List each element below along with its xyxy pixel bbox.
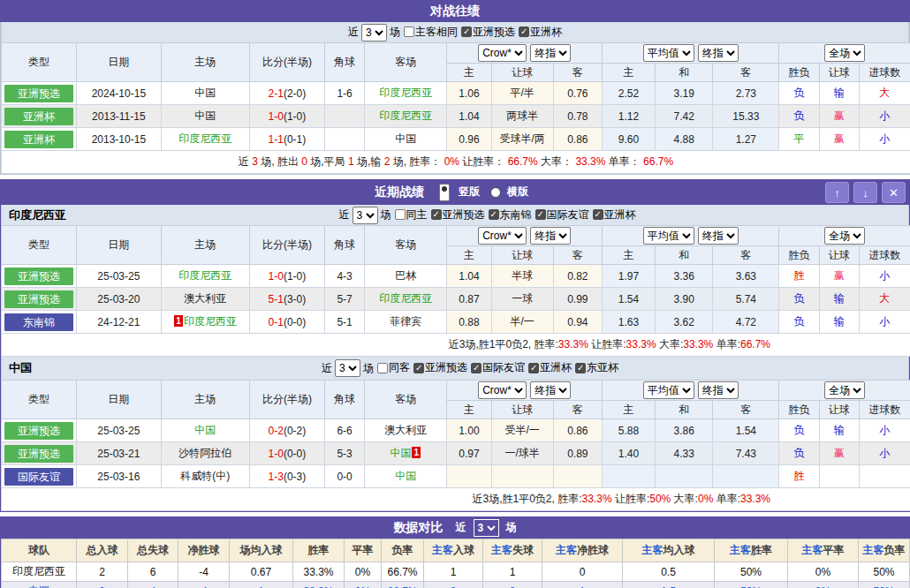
average-stage-select[interactable]: 终指 (698, 381, 739, 399)
odds-cell: 1.04 (447, 105, 491, 128)
home-team-cell: 1印度尼西亚 (161, 311, 249, 334)
competition-badge: 亚洲预选 (4, 445, 73, 463)
stat-cell: 1.5 (623, 582, 715, 588)
sub-column-header: 让球 (491, 401, 553, 419)
result-cell: 赢 (819, 265, 859, 288)
sub-column-header: 主 (602, 401, 655, 419)
close-button[interactable]: ✕ (882, 182, 906, 203)
checkbox-label: 主客相同 (415, 25, 458, 40)
period-select[interactable]: 3 (353, 207, 378, 224)
filter-checkbox[interactable]: 亚洲预选 (413, 360, 467, 375)
summary-text: 大率: (671, 493, 698, 505)
match-row: 亚洲预选25-03-25中国0-2(0-2)6-6澳大利亚1.00受半/一0.8… (2, 419, 910, 442)
filter-checkbox[interactable]: 亚洲预选 (431, 207, 485, 222)
period-select[interactable]: 3 (474, 519, 499, 537)
checkbox-label: 亚洲预选 (443, 207, 485, 222)
average-select[interactable]: 平均值 (643, 381, 694, 399)
scope-select[interactable]: 全场 (824, 381, 865, 399)
team-name: 印度尼西亚 (184, 315, 237, 328)
china-match-table: 类型 日期 主场 比分(半场) 角球 客场 Crow*终指 平均值终指 全场 (1, 380, 910, 511)
filter-checkbox[interactable]: 国际友谊 (535, 207, 589, 222)
result-cell: 输 (819, 82, 859, 105)
col-score: 比分(半场) (249, 43, 324, 82)
move-up-button[interactable]: ↑ (825, 182, 849, 203)
checkbox-label: 东亚杯 (587, 360, 618, 375)
result-group-header: 全场 (779, 226, 910, 246)
result-cell: 胜 (779, 465, 819, 488)
compare-row: 印度尼西亚26-40.6733.3%0%66.7%1100.550%0%50% (2, 562, 910, 582)
bookmaker-stage-select[interactable]: 终指 (530, 44, 571, 62)
sub-column-header: 胜负 (779, 401, 819, 419)
team-name: 中国 (194, 424, 216, 436)
bookmaker-stage-select[interactable]: 终指 (530, 227, 571, 245)
result-cell: 负 (779, 442, 819, 465)
team-cell[interactable]: 中国 (2, 582, 77, 588)
avg-cell: 7.42 (656, 105, 713, 128)
view-mode-radio[interactable] (439, 184, 450, 201)
view-mode-radio[interactable] (490, 187, 501, 198)
team-name: 印度尼西亚 (379, 292, 432, 305)
filter-checkbox[interactable]: 亚洲杯 (593, 207, 636, 222)
summary-text: 33.3% (626, 338, 656, 351)
stat-cell: 66.7% (382, 582, 424, 588)
filter-checkbox[interactable]: 亚洲预选 (461, 25, 515, 40)
score-cell: 1-3(0-3) (249, 465, 324, 488)
team-name: 中国 (395, 132, 416, 145)
sub-column-header: 让球 (819, 64, 859, 82)
result-cell: 输 (819, 419, 859, 442)
home-team-cell: 中国 (161, 82, 249, 105)
filter-checkbox[interactable]: 同主 (395, 207, 428, 222)
team-name: 中国 (194, 87, 216, 99)
odds-cell: 0.86 (553, 128, 602, 151)
checkbox-icon (404, 26, 414, 37)
average-stage-select[interactable]: 终指 (698, 44, 739, 62)
scope-select[interactable]: 全场 (824, 44, 865, 62)
h2h-section: 对战往绩 近 3 场 主客相同亚洲预选亚洲杯 类型 日期 主场 (0, 0, 910, 175)
sub-column-header: 进球数 (859, 64, 910, 82)
date-cell: 2013-11-15 (77, 105, 161, 128)
filter-checkbox[interactable]: 同客 (377, 360, 410, 375)
summary-text: 1 (348, 155, 354, 168)
match-row: 东南锦24-12-211印度尼西亚0-1(0-0)5-1菲律宾0.88半/一0.… (2, 311, 910, 334)
avg-cell: 1.54 (713, 419, 779, 442)
filter-checkbox[interactable]: 东亚杯 (575, 360, 618, 375)
bookmaker-select[interactable]: Crow* (478, 381, 527, 399)
scope-select[interactable]: 全场 (824, 227, 865, 245)
average-select[interactable]: 平均值 (643, 44, 694, 62)
filter-checkbox[interactable]: 东南锦 (489, 207, 532, 222)
score-cell: 1-0(1-0) (249, 105, 324, 128)
col-away: 客场 (365, 226, 447, 265)
odds-cell: 0.96 (447, 128, 491, 151)
filter-checkbox[interactable]: 国际友谊 (471, 360, 525, 375)
checkbox-icon (489, 209, 499, 220)
bookmaker-select[interactable]: Crow* (478, 227, 527, 245)
avg-cell: 1.97 (602, 265, 655, 288)
checkbox-label: 亚洲杯 (540, 360, 572, 375)
avg-cell: 3.62 (656, 311, 713, 334)
period-select[interactable]: 3 (335, 359, 360, 377)
col-away: 客场 (365, 43, 447, 82)
near-label: 近 (456, 520, 466, 535)
filter-checkbox[interactable]: 亚洲杯 (528, 360, 572, 375)
filter-checkbox[interactable]: 亚洲杯 (519, 25, 562, 40)
col-date: 日期 (77, 43, 161, 82)
stat-cell: 0% (345, 582, 382, 588)
col-corner: 角球 (325, 43, 365, 82)
sub-column-header: 和 (656, 64, 713, 82)
period-select[interactable]: 3 (361, 24, 387, 41)
average-select[interactable]: 平均值 (643, 227, 694, 245)
sub-column-header: 让球 (819, 401, 859, 419)
bookmaker-stage-select[interactable]: 终指 (530, 381, 571, 399)
move-down-button[interactable]: ↓ (853, 182, 877, 203)
stat-cell: 3 (77, 582, 128, 588)
summary-text: 近3场,胜1平0负2, 胜率: (473, 493, 582, 505)
near-label: 近 (348, 25, 359, 40)
checkbox-label: 东南锦 (500, 207, 532, 222)
summary-text: 33.3% (558, 338, 588, 351)
sub-column-header: 客 (553, 64, 602, 82)
summary-text: 近 (239, 155, 252, 168)
bookmaker-select[interactable]: Crow* (478, 44, 527, 62)
corner-cell: 5-7 (325, 288, 365, 311)
filter-checkbox[interactable]: 主客相同 (404, 25, 458, 40)
average-stage-select[interactable]: 终指 (698, 227, 739, 245)
